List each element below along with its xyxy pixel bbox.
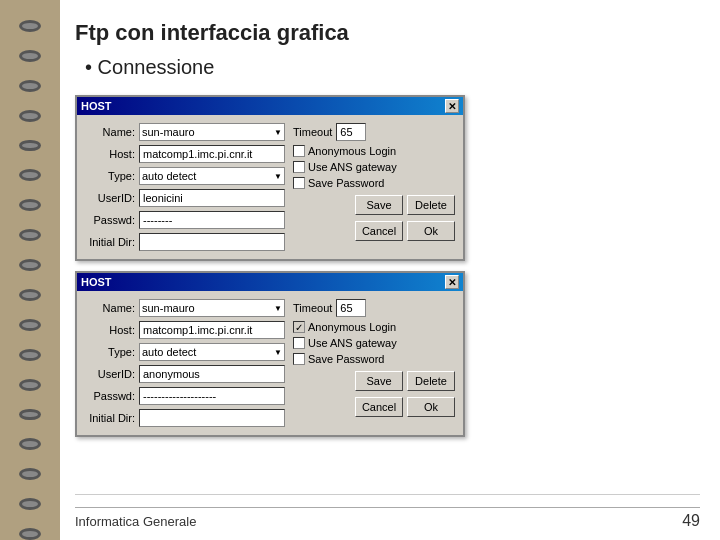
save-button-1[interactable]: Save [355,195,403,215]
host-input-2[interactable] [139,321,285,339]
footer: Informatica Generale 49 [75,507,700,530]
name-label: Name: [85,126,135,138]
footer-text: Informatica Generale [75,514,196,529]
dialog2-form: Name: sun-mauro ▼ Host: Type: auto det [85,299,285,427]
anonymous-login-label: Anonymous Login [308,145,396,157]
spiral-ring [19,110,41,122]
spiral-ring [19,140,41,152]
spiral-ring [19,498,41,510]
type-select[interactable]: auto detect ▼ [139,167,285,185]
type-label-2: Type: [85,346,135,358]
spiral-ring [19,438,41,450]
userid-row-2: UserID: [85,365,285,383]
use-ans-gateway-label: Use ANS gateway [308,161,397,173]
initial-dir-row: Initial Dir: [85,233,285,251]
userid-input[interactable] [139,189,285,207]
passwd-row: Passwd: [85,211,285,229]
userid-label: UserID: [85,192,135,204]
spiral-ring [19,528,41,540]
dialog1-buttons-row1: Save Delete [293,195,455,215]
spiral-ring [19,319,41,331]
timeout-label: Timeout [293,126,332,138]
initial-dir-label: Initial Dir: [85,236,135,248]
type-select-arrow: ▼ [274,172,282,181]
spiral-ring [19,468,41,480]
timeout-input[interactable] [336,123,366,141]
passwd-label: Passwd: [85,214,135,226]
passwd-input[interactable] [139,211,285,229]
timeout-row-2: Timeout [293,299,455,317]
name-select[interactable]: sun-mauro ▼ [139,123,285,141]
initial-dir-input[interactable] [139,233,285,251]
slide-title: Ftp con interfaccia grafica [75,20,700,46]
spiral-binding [0,0,60,540]
dialog1-titlebar: HOST ✕ [77,97,463,115]
save-password-row-2: Save Password [293,353,455,365]
dialog2: HOST ✕ Name: sun-mauro ▼ Host: [75,271,465,437]
use-ans-gateway-checkbox-2[interactable] [293,337,305,349]
cancel-button-1[interactable]: Cancel [355,221,403,241]
timeout-input-2[interactable] [336,299,366,317]
use-ans-gateway-checkbox[interactable] [293,161,305,173]
dialog1-title: HOST [81,100,112,112]
footer-divider [75,494,700,495]
dialog2-buttons-row2: Cancel Ok [293,397,455,417]
name-label-2: Name: [85,302,135,314]
save-password-row: Save Password [293,177,455,189]
initial-dir-label-2: Initial Dir: [85,412,135,424]
dialog1-right: Timeout Anonymous Login Use ANS gateway … [293,123,455,251]
ok-button-2[interactable]: Ok [407,397,455,417]
cancel-button-2[interactable]: Cancel [355,397,403,417]
use-ans-gateway-label-2: Use ANS gateway [308,337,397,349]
dialog1-form: Name: sun-mauro ▼ Host: Type: auto det [85,123,285,251]
save-password-checkbox[interactable] [293,177,305,189]
userid-label-2: UserID: [85,368,135,380]
spiral-ring [19,80,41,92]
use-ans-gateway-row-2: Use ANS gateway [293,337,455,349]
host-row: Host: [85,145,285,163]
type-select-2[interactable]: auto detect ▼ [139,343,285,361]
delete-button-1[interactable]: Delete [407,195,455,215]
spiral-ring [19,259,41,271]
passwd-row-2: Passwd: [85,387,285,405]
userid-input-2[interactable] [139,365,285,383]
type-row-2: Type: auto detect ▼ [85,343,285,361]
spiral-ring [19,20,41,32]
initial-dir-row-2: Initial Dir: [85,409,285,427]
dialog1: HOST ✕ Name: sun-mauro ▼ Host: [75,95,465,261]
spiral-ring [19,379,41,391]
timeout-label-2: Timeout [293,302,332,314]
name-select-2[interactable]: sun-mauro ▼ [139,299,285,317]
name-select-arrow: ▼ [274,128,282,137]
spiral-ring [19,169,41,181]
dialog1-close-button[interactable]: ✕ [445,99,459,113]
host-label: Host: [85,148,135,160]
dialog2-right: Timeout ✓ Anonymous Login Use ANS gatewa… [293,299,455,427]
slide-bullet: • Connessione [85,56,700,79]
delete-button-2[interactable]: Delete [407,371,455,391]
save-password-checkbox-2[interactable] [293,353,305,365]
spiral-ring [19,289,41,301]
anonymous-login-label-2: Anonymous Login [308,321,396,333]
save-password-label-2: Save Password [308,353,384,365]
anonymous-login-checkbox-2[interactable]: ✓ [293,321,305,333]
ok-button-1[interactable]: Ok [407,221,455,241]
dialog2-title: HOST [81,276,112,288]
passwd-input-2[interactable] [139,387,285,405]
anonymous-login-row: Anonymous Login [293,145,455,157]
host-input[interactable] [139,145,285,163]
initial-dir-input-2[interactable] [139,409,285,427]
dialogs-container: HOST ✕ Name: sun-mauro ▼ Host: [75,95,700,490]
dialog2-body: Name: sun-mauro ▼ Host: Type: auto det [77,291,463,435]
dialog1-body: Name: sun-mauro ▼ Host: Type: auto det [77,115,463,259]
dialog2-close-button[interactable]: ✕ [445,275,459,289]
passwd-label-2: Passwd: [85,390,135,402]
save-button-2[interactable]: Save [355,371,403,391]
footer-page-number: 49 [682,512,700,530]
dialog2-titlebar: HOST ✕ [77,273,463,291]
name-row-2: Name: sun-mauro ▼ [85,299,285,317]
anonymous-login-checkbox[interactable] [293,145,305,157]
spiral-ring [19,199,41,211]
name-row: Name: sun-mauro ▼ [85,123,285,141]
timeout-row: Timeout [293,123,455,141]
